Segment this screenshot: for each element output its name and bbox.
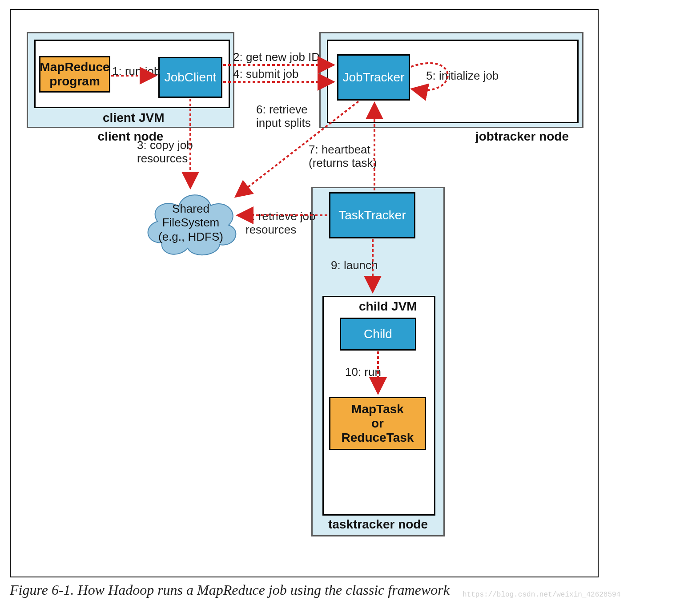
edge-3-label: 3: copy job resources	[137, 139, 193, 165]
edge-4-label: 4: submit job	[233, 68, 298, 81]
edge-10-label: 10: run	[345, 366, 381, 379]
jobtracker-node-label: jobtracker node	[321, 129, 569, 144]
edge-8-label: 8: retrieve job resources	[245, 210, 316, 237]
tasktracker-node-label: tasktracker node	[313, 517, 443, 532]
edge-9-label: 9: launch	[331, 259, 378, 272]
diagram-frame: client JVM client node MapReduce program…	[10, 9, 599, 577]
shared-fs-label: Shared FileSystem (e.g., HDFS)	[158, 202, 223, 244]
tasktracker-box: TaskTracker	[329, 192, 415, 238]
watermark-text: https://blog.csdn.net/weixin_42628594	[463, 591, 620, 599]
shared-fs-cloud: Shared FileSystem (e.g., HDFS)	[140, 185, 242, 261]
edge-7-label: 7: heartbeat (returns task)	[309, 143, 377, 170]
edge-6-label: 6: retrieve input splits	[256, 103, 311, 130]
jobclient-box: JobClient	[158, 57, 222, 98]
edge-5-label: 5: initialize job	[426, 69, 499, 83]
tasktracker-node-box: tasktracker node child JVM	[311, 187, 445, 536]
client-jvm-label: client JVM	[103, 111, 164, 125]
edge-2-label: 2: get new job ID	[233, 51, 320, 64]
child-box: Child	[340, 318, 416, 351]
child-jvm-label: child JVM	[359, 299, 417, 314]
figure-caption: Figure 6-1. How Hadoop runs a MapReduce …	[10, 582, 450, 598]
client-node-label: client node	[28, 129, 233, 144]
edge-1-label: 1: run job	[112, 65, 160, 78]
maptask-box: MapTask or ReduceTask	[329, 397, 426, 450]
mapreduce-program-box: MapReduce program	[39, 56, 110, 93]
jobtracker-box: JobTracker	[337, 54, 410, 101]
